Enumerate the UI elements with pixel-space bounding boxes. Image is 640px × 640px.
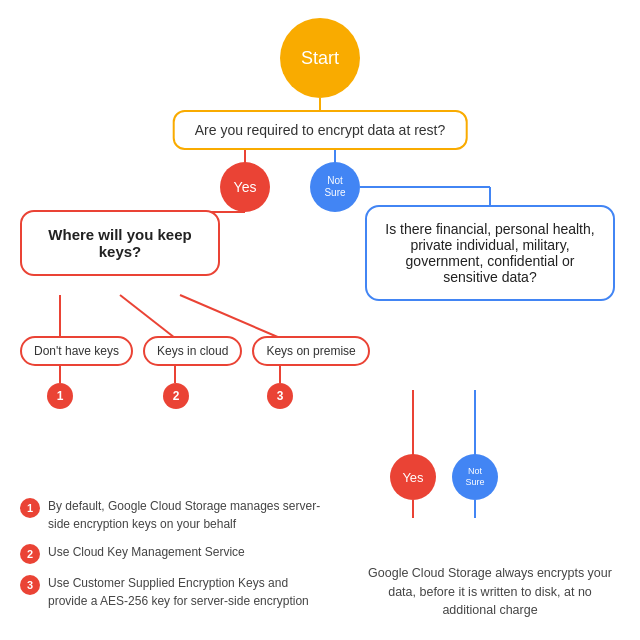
num2-label: 2 (173, 389, 180, 403)
footnote-1: 1 By default, Google Cloud Storage manag… (20, 497, 330, 533)
option-keys-in-cloud: Keys in cloud (143, 336, 242, 366)
option-0-label: Don't have keys (34, 344, 119, 358)
footnote-3: 3 Use Customer Supplied Encryption Keys … (20, 574, 330, 610)
diagram: Start Are you required to encrypt data a… (0, 0, 640, 640)
num-badge-1: 1 (47, 383, 73, 409)
fn-num-3-label: 3 (27, 577, 33, 594)
start-label: Start (301, 48, 339, 69)
fn-num-3: 3 (20, 575, 40, 595)
badge-notsure-1: NotSure (310, 162, 360, 212)
fn-num-1: 1 (20, 498, 40, 518)
svg-line-8 (120, 295, 175, 338)
option-1-label: Keys in cloud (157, 344, 228, 358)
yes1-label: Yes (234, 179, 257, 195)
right-footer-text: Google Cloud Storage always encrypts you… (368, 566, 612, 618)
footnote-2: 2 Use Cloud Key Management Service (20, 543, 330, 564)
option-2-label: Keys on premise (266, 344, 355, 358)
badge-yes-1: Yes (220, 162, 270, 212)
question-box-data-type: Is there financial, personal health, pri… (365, 205, 615, 301)
fn-text-2: Use Cloud Key Management Service (48, 543, 245, 561)
question3-label: Is there financial, personal health, pri… (385, 221, 594, 285)
question-box-encrypt: Are you required to encrypt data at rest… (173, 110, 468, 150)
notsure2-label: NotSure (465, 466, 484, 488)
num-badge-3: 3 (267, 383, 293, 409)
question2-label: Where will you keep keys? (48, 226, 191, 260)
question1-label: Are you required to encrypt data at rest… (195, 122, 446, 138)
notsure1-label: NotSure (324, 175, 345, 199)
num3-label: 3 (277, 389, 284, 403)
fn-text-1: By default, Google Cloud Storage manages… (48, 497, 330, 533)
option-keys-on-premise: Keys on premise (252, 336, 369, 366)
right-footer: Google Cloud Storage always encrypts you… (365, 564, 615, 620)
fn-num-2: 2 (20, 544, 40, 564)
num-badge-2: 2 (163, 383, 189, 409)
yes2-label: Yes (402, 470, 423, 485)
badge-yes-2: Yes (390, 454, 436, 500)
num1-label: 1 (57, 389, 64, 403)
option-dont-have-keys: Don't have keys (20, 336, 133, 366)
fn-num-2-label: 2 (27, 546, 33, 563)
footnotes: 1 By default, Google Cloud Storage manag… (20, 497, 330, 620)
badge-notsure-2: NotSure (452, 454, 498, 500)
fn-text-3: Use Customer Supplied Encryption Keys an… (48, 574, 330, 610)
start-bubble: Start (280, 18, 360, 98)
fn-num-1-label: 1 (27, 500, 33, 517)
svg-line-9 (180, 295, 280, 338)
question-box-keys: Where will you keep keys? (20, 210, 220, 276)
options-row: Don't have keys Keys in cloud Keys on pr… (20, 336, 370, 366)
